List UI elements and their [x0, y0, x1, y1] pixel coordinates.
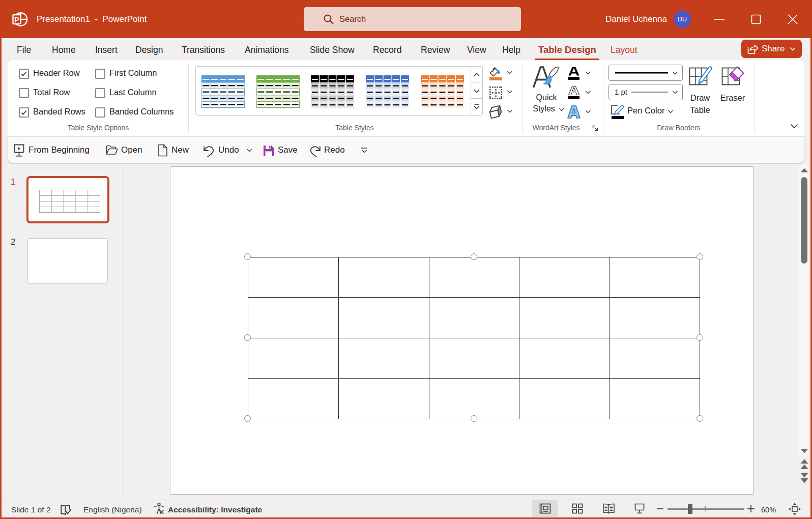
svg-text:P: P: [14, 15, 19, 24]
